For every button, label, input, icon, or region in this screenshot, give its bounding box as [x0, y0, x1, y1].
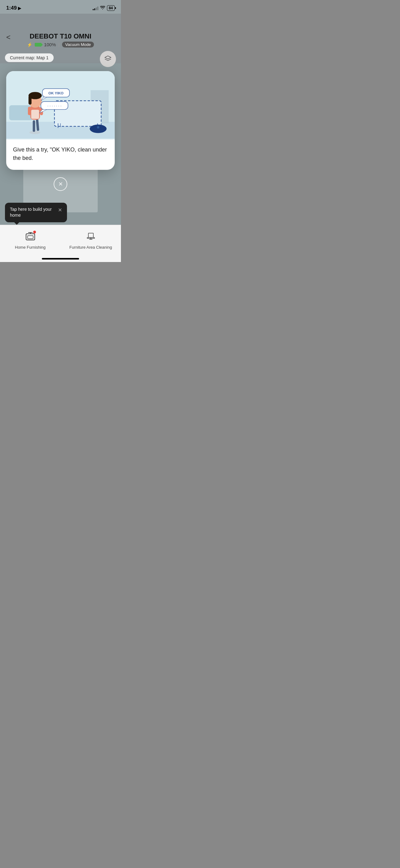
tooltip-close-icon[interactable]: ✕ — [58, 207, 62, 214]
tab-home-furnishing[interactable]: Home Furnishing — [0, 230, 61, 250]
svg-rect-12 — [33, 120, 35, 132]
modal-message: Give this a try, "OK YIKO, clean under t… — [13, 146, 108, 162]
close-button[interactable]: ✕ — [54, 177, 67, 191]
tooltip-bar: Tap here to build your home ✕ — [5, 203, 67, 222]
svg-point-10 — [97, 126, 100, 128]
tab-bar: Home Furnishing Furniture Area Cleaning — [0, 225, 121, 262]
svg-rect-15 — [31, 110, 39, 119]
close-icon: ✕ — [58, 181, 63, 187]
svg-point-9 — [90, 124, 106, 133]
svg-rect-20 — [29, 96, 32, 104]
tab-furniture-cleaning[interactable]: Furniture Area Cleaning — [61, 230, 121, 250]
home-indicator — [42, 258, 79, 259]
modal-text-area: Give this a try, "OK YIKO, clean under t… — [6, 140, 115, 170]
svg-text:· · · · · · ·: · · · · · · · — [47, 104, 62, 108]
tooltip-arrow — [14, 222, 19, 225]
tooltip-text: Tap here to build your home — [10, 207, 55, 219]
furniture-cleaning-icon — [85, 231, 96, 242]
notification-dot — [33, 231, 36, 234]
svg-text:OK YIKO: OK YIKO — [48, 91, 64, 95]
modal-card: OK YIKO · · · · · · · Give this a try, "… — [6, 71, 115, 170]
tab-furniture-cleaning-label: Furniture Area Cleaning — [69, 245, 112, 250]
home-furnishing-icon-wrap — [24, 230, 37, 243]
furniture-cleaning-icon-wrap — [85, 230, 97, 243]
svg-rect-27 — [26, 234, 35, 240]
modal-illustration: OK YIKO · · · · · · · — [6, 71, 115, 140]
tab-home-furnishing-label: Home Furnishing — [15, 245, 45, 250]
svg-rect-28 — [28, 236, 33, 239]
svg-rect-16 — [28, 107, 31, 115]
